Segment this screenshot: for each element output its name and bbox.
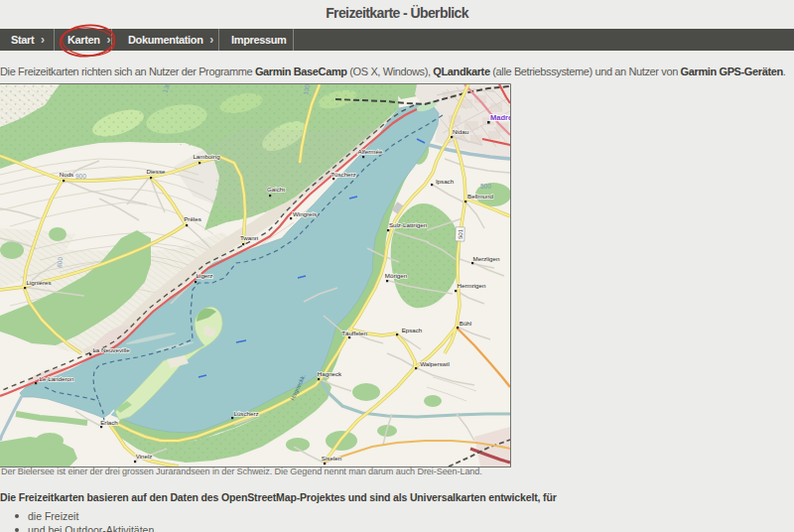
svg-text:Le Landeron: Le Landeron bbox=[40, 375, 74, 382]
svg-text:Prêles: Prêles bbox=[184, 215, 201, 222]
svg-text:Mörigen: Mörigen bbox=[385, 272, 408, 279]
svg-text:Ligerz: Ligerz bbox=[197, 272, 213, 279]
svg-text:Bellmund: Bellmund bbox=[467, 193, 493, 200]
svg-text:Wingreis: Wingreis bbox=[293, 210, 317, 217]
svg-text:Lignières: Lignières bbox=[26, 279, 51, 286]
svg-text:Sulz-Lattrigen: Sulz-Lattrigen bbox=[389, 221, 428, 228]
svg-text:La Neuveville: La Neuveville bbox=[92, 346, 130, 353]
svg-text:Gaicht: Gaicht bbox=[267, 186, 285, 193]
svg-text:Twann: Twann bbox=[240, 234, 259, 241]
svg-text:Epsach: Epsach bbox=[402, 327, 423, 333]
svg-text:Diesse: Diesse bbox=[147, 168, 166, 175]
svg-text:Hermrigen: Hermrigen bbox=[458, 282, 486, 289]
svg-text:Walperswil: Walperswil bbox=[420, 360, 450, 367]
svg-text:800: 800 bbox=[56, 256, 64, 268]
svg-text:Bühl: Bühl bbox=[460, 320, 471, 327]
svg-text:Madrets: Madrets bbox=[490, 113, 511, 122]
svg-text:Alfermée: Alfermée bbox=[358, 148, 383, 155]
svg-text:Lüscherz: Lüscherz bbox=[233, 410, 258, 417]
svg-text:Siselen: Siselen bbox=[322, 455, 342, 462]
svg-text:Täuffelen: Täuffelen bbox=[341, 330, 367, 336]
svg-text:Nidau: Nidau bbox=[453, 128, 469, 135]
svg-text:501: 501 bbox=[458, 228, 463, 239]
svg-text:900: 900 bbox=[75, 173, 86, 180]
svg-text:Nods: Nods bbox=[60, 171, 73, 178]
svg-text:Ipsach: Ipsach bbox=[436, 178, 455, 185]
svg-text:Hagneck: Hagneck bbox=[318, 370, 342, 377]
svg-text:Merzligen: Merzligen bbox=[473, 255, 500, 262]
svg-text:500: 500 bbox=[480, 183, 491, 190]
svg-text:Lamboing: Lamboing bbox=[193, 153, 220, 160]
svg-text:Tüscherz: Tüscherz bbox=[331, 171, 355, 178]
svg-text:Vinelz: Vinelz bbox=[136, 453, 153, 460]
svg-text:Erlach: Erlach bbox=[100, 419, 118, 426]
